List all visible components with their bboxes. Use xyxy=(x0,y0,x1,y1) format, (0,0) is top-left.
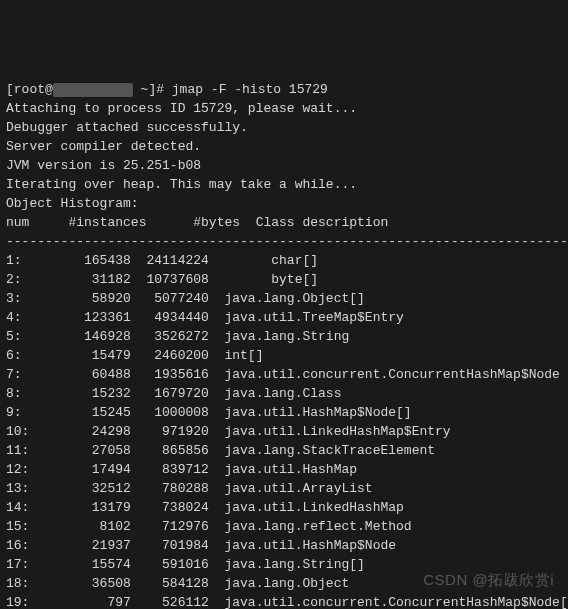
command-line: [root@ ~]# jmap -F -histo 15729 xyxy=(6,80,562,99)
table-row: 6: 15479 2460200 int[] xyxy=(6,346,562,365)
table-row: 1: 165438 24114224 char[] xyxy=(6,251,562,270)
watermark-text: CSDN @拓跋欣赏i xyxy=(423,570,554,589)
table-row: 19: 797 526112 java.util.concurrent.Conc… xyxy=(6,593,562,609)
table-header: num #instances #bytes Class description xyxy=(6,213,562,232)
output-line: Iterating over heap. This may take a whi… xyxy=(6,175,562,194)
table-row: 13: 32512 780288 java.util.ArrayList xyxy=(6,479,562,498)
table-row: 14: 13179 738024 java.util.LinkedHashMap xyxy=(6,498,562,517)
table-row: 3: 58920 5077240 java.lang.Object[] xyxy=(6,289,562,308)
table-row: 5: 146928 3526272 java.lang.String xyxy=(6,327,562,346)
table-row: 4: 123361 4934440 java.util.TreeMap$Entr… xyxy=(6,308,562,327)
terminal-output: [root@ ~]# jmap -F -histo 15729Attaching… xyxy=(6,80,562,609)
table-row: 11: 27058 865856 java.lang.StackTraceEle… xyxy=(6,441,562,460)
table-row: 10: 24298 971920 java.util.LinkedHashMap… xyxy=(6,422,562,441)
output-line: Server compiler detected. xyxy=(6,137,562,156)
output-line: Attaching to process ID 15729, please wa… xyxy=(6,99,562,118)
table-row: 9: 15245 1000008 java.util.HashMap$Node[… xyxy=(6,403,562,422)
blurred-hostname xyxy=(53,83,133,97)
output-line: Object Histogram: xyxy=(6,194,562,213)
table-row: 16: 21937 701984 java.util.HashMap$Node xyxy=(6,536,562,555)
table-row: 7: 60488 1935616 java.util.concurrent.Co… xyxy=(6,365,562,384)
output-line: Debugger attached successfully. xyxy=(6,118,562,137)
table-row: 8: 15232 1679720 java.lang.Class xyxy=(6,384,562,403)
table-row: 12: 17494 839712 java.util.HashMap xyxy=(6,460,562,479)
output-line: JVM version is 25.251-b08 xyxy=(6,156,562,175)
table-row: 2: 31182 10737608 byte[] xyxy=(6,270,562,289)
divider: ----------------------------------------… xyxy=(6,232,562,251)
table-row: 15: 8102 712976 java.lang.reflect.Method xyxy=(6,517,562,536)
